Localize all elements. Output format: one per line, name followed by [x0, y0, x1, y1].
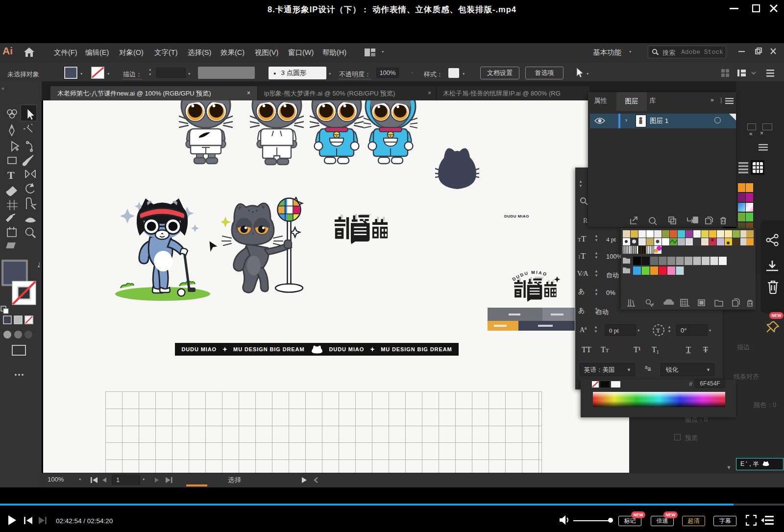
svg-text:T: T: [7, 169, 15, 181]
svg-text:T: T: [656, 327, 660, 334]
